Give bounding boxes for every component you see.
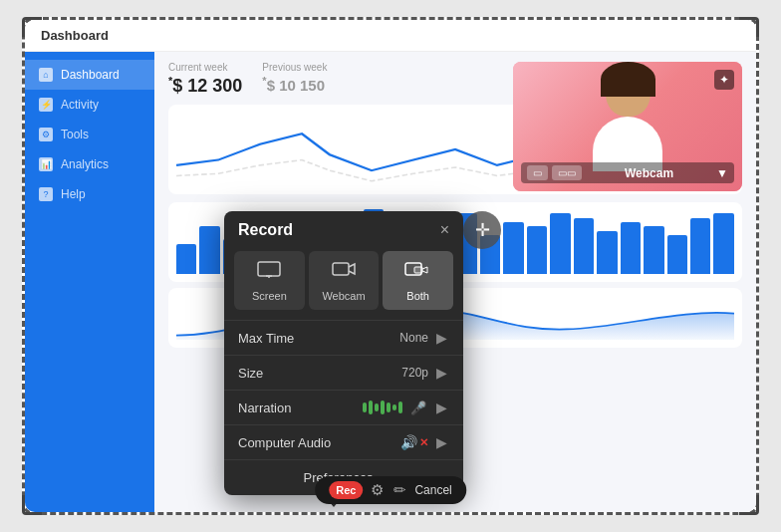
edit-icon: ✏ [393, 481, 406, 498]
size-label: Size [238, 366, 263, 381]
n-bar-5 [387, 402, 390, 412]
narration-right: 🎤 ▶ [363, 399, 449, 415]
corner-bl [22, 495, 42, 515]
analytics-icon: 📊 [39, 157, 53, 171]
both-icon [404, 261, 432, 284]
current-week-label: Current week [168, 62, 242, 73]
magic-icon: ✦ [719, 73, 729, 87]
tools-icon: ⚙ [39, 128, 53, 141]
computer-audio-arrow[interactable]: ▶ [434, 434, 449, 450]
person-hair [601, 62, 655, 97]
webcam-cam-btn[interactable]: ▭▭ [552, 165, 582, 180]
n-bar-7 [398, 401, 402, 413]
mute-x-icon: ✕ [419, 436, 428, 449]
sidebar-item-analytics[interactable]: 📊 Analytics [25, 149, 154, 179]
n-bar-1 [363, 402, 367, 412]
max-time-right: None ▶ [399, 330, 449, 346]
narration-label: Narration [238, 400, 291, 415]
bar-20 [644, 226, 663, 274]
prev-week-stat: Previous week *$ 10 150 [262, 62, 327, 97]
current-week-value: *$ 12 300 [168, 75, 242, 97]
size-right: 720p ▶ [401, 365, 449, 381]
dash-body: ⌂ Dashboard ⚡ Activity ⚙ Tools 📊 Analyti… [25, 52, 756, 512]
n-bar-6 [392, 404, 396, 410]
max-time-label: Max Time [238, 331, 294, 346]
n-bar-2 [369, 400, 373, 414]
cancel-button[interactable]: Cancel [414, 483, 451, 497]
sidebar-label-analytics: Analytics [61, 157, 109, 171]
record-close-button[interactable]: × [440, 222, 449, 238]
record-header: Record × [224, 211, 463, 247]
sidebar-item-dashboard[interactable]: ⌂ Dashboard [25, 60, 154, 90]
move-indicator[interactable]: ✛ [463, 211, 501, 249]
narration-arrow[interactable]: ▶ [434, 399, 449, 415]
corner-tr [739, 17, 759, 37]
bar-18 [597, 231, 617, 274]
source-webcam-button[interactable]: Webcam [309, 251, 380, 310]
sidebar-item-help[interactable]: ? Help [25, 179, 154, 209]
bar-16 [550, 213, 570, 274]
webcam-magic-btn[interactable]: ✦ [714, 70, 734, 90]
max-time-arrow[interactable]: ▶ [434, 330, 449, 346]
bar-0 [176, 244, 196, 274]
bar-19 [621, 222, 641, 274]
webcam-dropdown-arrow[interactable]: ▼ [716, 166, 728, 180]
sidebar: ⌂ Dashboard ⚡ Activity ⚙ Tools 📊 Analyti… [25, 52, 154, 512]
webcam-preview: ✦ ▭ ▭▭ Webcam ▼ [513, 62, 742, 191]
source-buttons: Screen Webcam [224, 247, 463, 320]
narration-level [363, 400, 402, 414]
svg-rect-3 [333, 263, 349, 275]
sidebar-label-tools: Tools [61, 128, 89, 141]
dash-content: Current week *$ 12 300 Previous week *$ … [154, 52, 756, 512]
n-bar-3 [375, 403, 379, 411]
dashboard-title: Dashboard [41, 28, 109, 43]
activity-icon: ⚡ [39, 98, 53, 112]
source-both-button[interactable]: Both [383, 251, 453, 310]
rec-badge: Rec [329, 481, 363, 499]
edit-bottom-button[interactable]: ✏ [391, 481, 408, 499]
webcam-source-icon [332, 261, 356, 284]
webcam-screen-btn[interactable]: ▭ [527, 165, 548, 180]
record-panel: Record × [224, 211, 463, 495]
dash-header: Dashboard [25, 20, 756, 52]
computer-audio-label: Computer Audio [238, 435, 331, 450]
bar-22 [690, 218, 710, 274]
bar-21 [667, 235, 687, 274]
mic-button[interactable]: 🎤 [408, 400, 428, 415]
move-icon: ✛ [475, 219, 490, 241]
narration-row: Narration 🎤 [224, 390, 463, 424]
source-screen-button[interactable]: Screen [234, 251, 305, 310]
bar-17 [574, 218, 594, 274]
webcam-source-label: Webcam [322, 290, 365, 302]
sidebar-item-activity[interactable]: ⚡ Activity [25, 90, 154, 120]
dashboard: Dashboard ⌂ Dashboard ⚡ Activity ⚙ Tools… [25, 20, 756, 512]
size-row: Size 720p ▶ [224, 355, 463, 390]
corner-tl [22, 17, 42, 37]
screen-label: Screen [252, 290, 287, 302]
record-title: Record [238, 221, 293, 239]
max-time-value: None [399, 331, 428, 345]
mute-indicator: 🔊 ✕ [400, 434, 428, 450]
computer-audio-right: 🔊 ✕ ▶ [400, 434, 449, 450]
sidebar-label-dashboard: Dashboard [61, 68, 120, 82]
bar-1 [199, 226, 219, 274]
speaker-icon: 🔊 [400, 434, 417, 450]
max-time-row: Max Time None ▶ [224, 320, 463, 355]
bar-15 [527, 226, 547, 274]
person-head [606, 67, 651, 117]
size-value: 720p [401, 366, 428, 380]
screen-icon [257, 261, 281, 284]
sidebar-label-activity: Activity [61, 98, 99, 112]
sidebar-label-help: Help [61, 187, 86, 201]
webcam-controls: ▭ ▭▭ [527, 165, 582, 180]
size-arrow[interactable]: ▶ [434, 365, 449, 381]
settings-bottom-button[interactable]: ⚙ [369, 481, 386, 499]
webcam-label: Webcam [625, 166, 673, 180]
both-label: Both [406, 290, 429, 302]
svg-rect-0 [258, 262, 280, 276]
help-icon: ? [39, 187, 53, 201]
outer-frame: Dashboard ⌂ Dashboard ⚡ Activity ⚙ Tools… [22, 17, 759, 515]
gear-icon: ⚙ [371, 481, 384, 498]
svg-rect-5 [414, 267, 422, 273]
sidebar-item-tools[interactable]: ⚙ Tools [25, 120, 154, 149]
